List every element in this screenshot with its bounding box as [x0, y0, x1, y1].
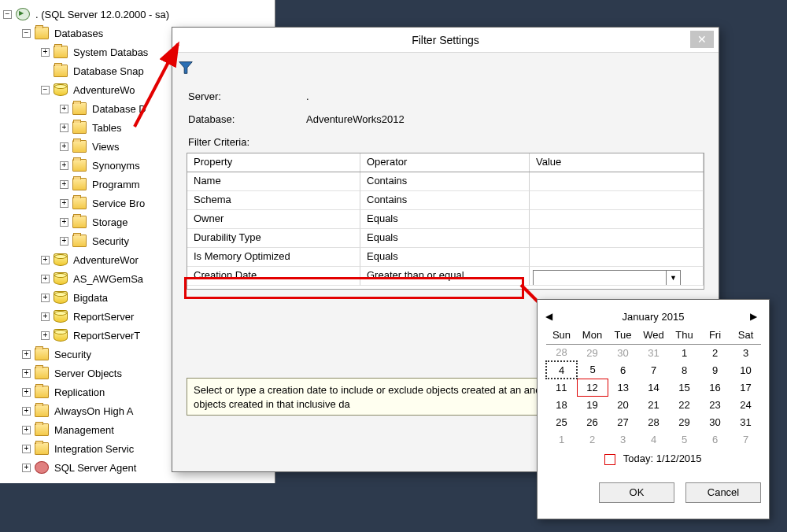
- calendar-day[interactable]: 1: [669, 344, 700, 361]
- expand-toggle[interactable]: +: [41, 312, 50, 321]
- tree-item[interactable]: Views: [91, 141, 120, 153]
- calendar-day[interactable]: 24: [730, 396, 761, 413]
- expand-toggle[interactable]: +: [60, 105, 68, 113]
- calendar-day[interactable]: 23: [700, 396, 730, 413]
- grid-cell[interactable]: Schema: [187, 191, 360, 210]
- calendar-day[interactable]: 16: [700, 379, 730, 396]
- tree-item[interactable]: Service Bro: [91, 198, 146, 209]
- grid-cell[interactable]: [530, 229, 704, 248]
- expand-toggle[interactable]: +: [41, 331, 50, 340]
- grid-cell[interactable]: Contains: [360, 191, 530, 210]
- calendar-day[interactable]: 7: [638, 361, 669, 379]
- chevron-down-icon[interactable]: ▼: [666, 271, 680, 285]
- calendar-day[interactable]: 31: [730, 413, 761, 430]
- grid-cell[interactable]: Equals: [360, 248, 530, 267]
- grid-cell[interactable]: [530, 191, 704, 210]
- tree-item[interactable]: SQL Server Agent: [53, 462, 138, 474]
- expand-toggle[interactable]: +: [22, 407, 31, 416]
- expand-toggle[interactable]: +: [60, 124, 68, 132]
- calendar-day[interactable]: 7: [730, 430, 761, 448]
- tree-item[interactable]: Integration Servic: [53, 443, 135, 455]
- datepicker-cancel-button[interactable]: Cancel: [685, 482, 761, 503]
- today-link[interactable]: Today: 1/12/2015: [545, 453, 761, 465]
- calendar-day[interactable]: 14: [638, 379, 669, 396]
- expand-toggle[interactable]: +: [22, 464, 31, 472]
- grid-cell[interactable]: Name: [187, 172, 360, 191]
- tree-item[interactable]: Database D: [91, 103, 148, 115]
- expand-toggle[interactable]: +: [41, 275, 50, 283]
- calendar-day[interactable]: 9: [700, 361, 730, 379]
- grid-header-property[interactable]: Property: [187, 153, 360, 172]
- grid-cell[interactable]: Durability Type: [187, 229, 360, 248]
- expand-toggle[interactable]: −: [41, 86, 50, 94]
- calendar-day[interactable]: 4: [638, 430, 669, 448]
- calendar-day[interactable]: 1: [546, 430, 577, 448]
- calendar-day[interactable]: 8: [669, 361, 700, 379]
- calendar-day[interactable]: 6: [608, 361, 638, 379]
- calendar-day[interactable]: 3: [608, 430, 638, 448]
- tree-item[interactable]: Programm: [91, 179, 142, 190]
- expand-toggle[interactable]: +: [60, 237, 68, 246]
- grid-header-value[interactable]: Value: [530, 153, 704, 172]
- close-button[interactable]: ✕: [690, 31, 714, 48]
- expand-toggle[interactable]: +: [60, 218, 68, 227]
- grid-cell[interactable]: Contains: [360, 172, 530, 191]
- calendar-day[interactable]: 28: [638, 413, 669, 430]
- expand-toggle[interactable]: +: [60, 180, 68, 189]
- calendar-day[interactable]: 25: [546, 413, 577, 430]
- tree-item[interactable]: Replication: [53, 386, 106, 398]
- calendar-day[interactable]: 20: [608, 396, 638, 413]
- calendar-day[interactable]: 31: [638, 344, 669, 361]
- calendar-day[interactable]: 11: [546, 379, 577, 396]
- calendar-day[interactable]: 6: [700, 430, 730, 448]
- tree-item[interactable]: AdventureWor: [72, 254, 140, 266]
- tree-item[interactable]: Security: [91, 235, 131, 247]
- expand-toggle[interactable]: +: [22, 445, 31, 453]
- expand-toggle[interactable]: −: [22, 29, 31, 38]
- expand-toggle[interactable]: +: [60, 142, 68, 151]
- calendar-day[interactable]: 17: [730, 379, 761, 396]
- expand-toggle[interactable]: +: [60, 161, 68, 170]
- tree-tables[interactable]: Tables: [91, 122, 124, 134]
- calendar-day[interactable]: 21: [638, 396, 669, 413]
- grid-cell[interactable]: Equals: [360, 210, 530, 229]
- calendar-day[interactable]: 3: [730, 344, 761, 361]
- datepicker-ok-button[interactable]: OK: [599, 482, 674, 503]
- expand-toggle[interactable]: +: [60, 199, 68, 208]
- calendar-day[interactable]: 10: [730, 361, 761, 379]
- calendar-day[interactable]: 28: [546, 344, 577, 361]
- grid-header-operator[interactable]: Operator: [360, 153, 530, 172]
- tree-item[interactable]: System Databas: [72, 46, 150, 58]
- calendar-day[interactable]: 2: [577, 430, 608, 448]
- month-year-label[interactable]: January 2015: [623, 311, 685, 323]
- tree-item[interactable]: Security: [53, 349, 93, 360]
- date-value-dropdown[interactable]: ▼: [533, 270, 681, 286]
- calendar-day[interactable]: 5: [577, 361, 608, 379]
- expand-toggle[interactable]: −: [3, 10, 12, 19]
- tree-server-label[interactable]: . (SQL Server 12.0.2000 - sa): [34, 9, 171, 20]
- expand-toggle[interactable]: +: [22, 369, 31, 378]
- tree-item[interactable]: Database Snap: [72, 65, 146, 77]
- calendar-day[interactable]: 27: [608, 413, 638, 430]
- calendar-day[interactable]: 13: [608, 379, 638, 396]
- expand-toggle[interactable]: +: [41, 256, 50, 264]
- next-month-button[interactable]: ▶: [750, 311, 761, 322]
- expand-toggle[interactable]: +: [41, 48, 50, 57]
- grid-cell[interactable]: Is Memory Optimized: [187, 248, 360, 267]
- calendar-day[interactable]: 30: [608, 344, 638, 361]
- tree-databases[interactable]: Databases: [53, 28, 105, 39]
- expand-toggle[interactable]: +: [22, 350, 31, 359]
- calendar-day[interactable]: 18: [546, 396, 577, 413]
- grid-cell[interactable]: [530, 210, 704, 229]
- tree-adventureworks[interactable]: AdventureWo: [72, 84, 137, 96]
- calendar-day[interactable]: 29: [577, 344, 608, 361]
- grid-cell-creation-date[interactable]: Creation Date: [187, 267, 360, 286]
- grid-cell[interactable]: Equals: [360, 229, 530, 248]
- tree-item[interactable]: Storage: [91, 216, 130, 228]
- prev-month-button[interactable]: ◀: [545, 311, 556, 322]
- grid-cell-operator[interactable]: Greater than or equal: [360, 267, 530, 286]
- expand-toggle[interactable]: +: [41, 294, 50, 302]
- grid-cell-value[interactable]: ▼: [530, 267, 704, 286]
- tree-item[interactable]: Server Objects: [53, 368, 124, 379]
- dialog-titlebar[interactable]: Filter Settings ✕: [172, 28, 719, 53]
